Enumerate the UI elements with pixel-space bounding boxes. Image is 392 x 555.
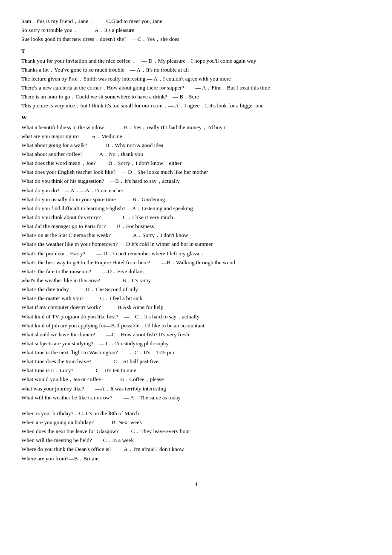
list-item: When does the next bus leave for Glasgow… — [21, 427, 371, 436]
list-item: There is an hour to go．Could we sit some… — [21, 92, 371, 101]
list-item: What do you do? —A．—A．I'm a teacher — [21, 186, 371, 195]
list-item: What's on at the Star Cinema this week? … — [21, 231, 371, 240]
list-item: What about going for a walk? — D．Why not… — [21, 141, 371, 150]
list-item: When will the meeting be held? —C．In a w… — [21, 436, 371, 445]
list-item: What did the manager go to Paris for?— B… — [21, 222, 371, 231]
section-letter-t: T — [21, 47, 371, 55]
list-item: What kind of job are you applying for—B.… — [21, 321, 371, 330]
list-item: What about another coffee? —A．No，thank y… — [21, 150, 371, 159]
list-item: What time is the next flight to Washingt… — [21, 348, 371, 357]
list-item: Where are you from?—B．Britain — [21, 454, 371, 463]
list-item: What do you usually do in your spare tim… — [21, 195, 371, 204]
list-item: Sam，this is my friend，Jane． — C.Glad to … — [21, 17, 371, 26]
list-item: what was your journey like? —A．It was te… — [21, 384, 371, 393]
list-item: Sue looks good in that new dress，doesn't… — [21, 35, 371, 43]
list-item: The lecture given by Prof．Smith was real… — [21, 75, 371, 83]
list-item: Thank you for your invitation and the ni… — [21, 57, 371, 65]
list-item: So sorry to trouble you． —A．It's a pleas… — [21, 26, 371, 35]
list-item: What subjects are you studying? — C．I'm … — [21, 339, 371, 348]
list-item: There's a new cafeteria at the corner．Ho… — [21, 84, 371, 92]
list-item: This picture is very nice，but I think it… — [21, 101, 371, 110]
list-item: What's the best way to get to the Empire… — [21, 258, 371, 267]
page-number: 4 — [21, 480, 371, 489]
list-item: what's the weather like in this area? —B… — [21, 276, 371, 285]
list-item: What time is it，Lucy? — C．It's ten to ni… — [21, 366, 371, 375]
list-item: What do you think about this story? — C．… — [21, 213, 371, 222]
list-item: What time does the train leave? — C．At h… — [21, 357, 371, 366]
list-item: What's the fare to the museum? —D．Five d… — [21, 267, 371, 276]
list-item: what are you majoring in? — A．Medicine — [21, 132, 371, 141]
list-item: What if my computer doesn't work? —B.Ask… — [21, 303, 371, 312]
list-item: When are you going on holiday? — B. Next… — [21, 418, 371, 427]
list-item: What does your English teacher look like… — [21, 168, 371, 176]
list-item: What's the problem，Harry? — D．I can't re… — [21, 249, 371, 258]
list-item: What would you like，tea or coffee? — B．C… — [21, 375, 371, 384]
spacer — [21, 402, 371, 409]
list-item: What will the weather be like tomorrow? … — [21, 393, 371, 402]
list-item: What does this word mean，Joe? — D．Sorry，… — [21, 159, 371, 168]
list-item: Thanks a lot．You've gone to so much trou… — [21, 66, 371, 74]
list-item: Where do you think the Dean's office is?… — [21, 445, 371, 454]
list-item: What's the matter with you? —C．I feel a … — [21, 294, 371, 303]
page-content: Sam，this is my friend，Jane． — C.Glad to … — [21, 17, 371, 463]
list-item: What should we have for dinner? —C．How a… — [21, 330, 371, 339]
list-item: What's the date today —D．The Second of J… — [21, 285, 371, 294]
section-letter-w: W — [21, 113, 371, 122]
list-item: What a beautiful dress in the window! — … — [21, 123, 371, 132]
list-item: When is your birthday?—C. It's on the l8… — [21, 409, 371, 418]
list-item: What's the weather like in your hometown… — [21, 240, 371, 249]
list-item: What do you find difficult in learning E… — [21, 204, 371, 213]
list-item: What do you think of his suggestion? —B．… — [21, 177, 371, 185]
list-item: What kind of TV program do you like best… — [21, 312, 371, 321]
